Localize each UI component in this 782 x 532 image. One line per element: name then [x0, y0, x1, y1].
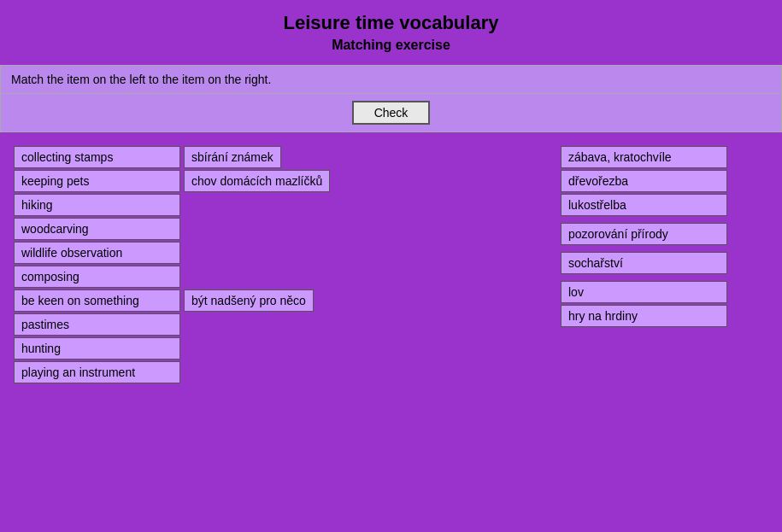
term-woodcarving: woodcarving	[14, 218, 180, 240]
list-item: lukostřelba	[561, 194, 727, 216]
right-item-socharstvi: sochařství	[561, 252, 727, 274]
right-item-hry: hry na hrdiny	[561, 305, 727, 327]
list-item: pozorování přírody	[561, 223, 727, 245]
list-item: composing	[14, 266, 407, 288]
term-pastimes: pastimes	[14, 313, 180, 336]
term-keeping-pets: keeping pets	[14, 170, 180, 192]
list-item: collecting stamps sbírání známek	[14, 146, 407, 168]
list-item: wildlife observation	[14, 242, 407, 264]
term-playing-instrument: playing an instrument	[14, 361, 180, 383]
term-composing: composing	[14, 266, 180, 288]
term-be-keen: be keen on something	[14, 289, 180, 312]
list-item: playing an instrument	[14, 361, 407, 383]
right-item-zabava: zábava, kratochvíle	[561, 146, 727, 168]
page-subtitle: Matching exercise	[0, 38, 782, 65]
list-item: hry na hrdiny	[561, 305, 727, 327]
list-item: keeping pets chov domácích mazlíčků	[14, 170, 407, 192]
right-item-pozorovani: pozorování přírody	[561, 223, 727, 245]
right-item-drevoreza: dřevořezba	[561, 170, 727, 192]
list-item: lov	[561, 281, 727, 303]
instruction-bar: Match the item on the left to the item o…	[0, 65, 782, 94]
list-item: dřevořezba	[561, 170, 727, 192]
list-item: hiking	[14, 194, 407, 216]
list-item: zábava, kratochvíle	[561, 146, 727, 168]
list-item: sochařství	[561, 252, 727, 274]
answer-collecting-stamps: sbírání známek	[184, 146, 281, 168]
right-item-lov: lov	[561, 281, 727, 303]
list-item: pastimes	[14, 313, 407, 336]
left-column: collecting stamps sbírání známek keeping…	[14, 146, 407, 385]
list-item: hunting	[14, 337, 407, 360]
check-bar: Check	[0, 94, 782, 132]
page-title: Leisure time vocabulary	[0, 0, 782, 38]
term-wildlife-observation: wildlife observation	[14, 242, 180, 264]
term-collecting-stamps: collecting stamps	[14, 146, 180, 168]
term-hunting: hunting	[14, 337, 180, 360]
term-hiking: hiking	[14, 194, 180, 216]
right-item-lukostrelba: lukostřelba	[561, 194, 727, 216]
list-item: woodcarving	[14, 218, 407, 240]
check-button[interactable]: Check	[352, 101, 431, 125]
answer-keeping-pets: chov domácích mazlíčků	[184, 170, 330, 192]
answer-be-keen: být nadšený pro něco	[184, 289, 314, 312]
list-item: be keen on something být nadšený pro něc…	[14, 289, 407, 312]
right-column: zábava, kratochvíle dřevořezba lukostřel…	[561, 146, 727, 385]
